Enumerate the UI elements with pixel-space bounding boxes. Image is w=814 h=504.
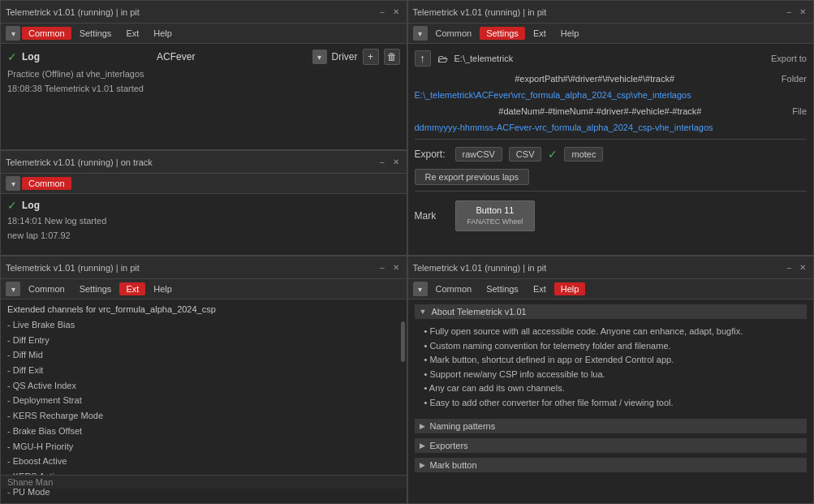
ext-channel-item: - Diff Mid	[7, 347, 400, 363]
about-body-br: • Fully open source with all accessible …	[415, 321, 808, 414]
dropdown-arrow-br[interactable]: ▾	[413, 282, 428, 296]
ext-channel-item: - Diff Entry	[7, 333, 400, 348]
add-driver-btn[interactable]: +	[363, 49, 379, 65]
dropdown-arrow-tl[interactable]: ▾	[6, 26, 20, 41]
about-bullet: • Any car can add its own channels.	[416, 381, 806, 396]
up-arrow-btn-tr[interactable]: ↑	[415, 50, 431, 67]
panel-title-bl: Telemetrick v1.01 (running) | in pit	[6, 263, 373, 273]
help-content-br: ▼ About Telemetrick v1.01 • Fully open s…	[408, 299, 814, 503]
markbtn-label-br: Mark button	[430, 460, 477, 470]
header-icons-ml: – ✕	[377, 157, 402, 167]
ext-channel-item: - Eboost Active	[7, 454, 400, 469]
tab-common-br[interactable]: Common	[429, 282, 479, 295]
close-icon-tl[interactable]: ✕	[390, 6, 402, 17]
panel-bottom-right: Telemetrick v1.01 (running) | in pit – ✕…	[407, 256, 815, 504]
naming-patterns-row-br[interactable]: ▶ Naming patterns	[415, 419, 808, 433]
tab-bar-ml: ▾ Common	[1, 174, 407, 194]
markbtn-row-br[interactable]: ▶ Mark button	[415, 458, 808, 472]
panel-bottom-left: Telemetrick v1.01 (running) | in pit – ✕…	[0, 256, 407, 504]
tab-help-br[interactable]: Help	[554, 282, 586, 295]
tab-common-tr[interactable]: Common	[429, 27, 479, 40]
triangle-naming-br: ▶	[420, 422, 425, 430]
divider-tr	[415, 139, 808, 140]
checkmark-ml: ✓	[7, 199, 17, 212]
minimize-icon-bl[interactable]: –	[377, 262, 387, 273]
close-icon-bl[interactable]: ✕	[390, 262, 402, 273]
tab-bar-bl: ▾ Common Settings Ext Help	[1, 279, 407, 299]
minimize-icon-ml[interactable]: –	[377, 157, 387, 167]
minimize-icon-tr[interactable]: –	[784, 6, 794, 17]
file-label-tr: File	[792, 106, 807, 116]
header-icons-tr: – ✕	[784, 6, 808, 17]
tab-bar-tl: ▾ Common Settings Ext Help	[1, 24, 407, 44]
started-text-tl: 18:08:38 Telemetrick v1.01 started	[7, 83, 400, 94]
log-label-tl: Log	[22, 51, 40, 62]
driver-dropdown-tl[interactable]: ▾	[312, 50, 327, 64]
delete-driver-btn[interactable]: 🗑	[384, 49, 400, 65]
checkmark-tl: ✓	[7, 50, 17, 63]
log-lap-ml: new lap 1:07.92	[7, 230, 400, 241]
panel-header-ml: Telemetrick v1.01 (running) | on track –…	[1, 151, 407, 174]
tab-settings-bl[interactable]: Settings	[73, 282, 118, 295]
re-export-btn-tr[interactable]: Re export previous laps	[415, 169, 530, 185]
scrollbar-bl[interactable]	[401, 321, 405, 362]
header-icons-tl: – ✕	[377, 6, 402, 17]
tab-bar-br: ▾ Common Settings Ext Help	[408, 279, 814, 299]
about-header-br: ▼ About Telemetrick v1.01	[415, 304, 808, 319]
minimize-icon-tl[interactable]: –	[377, 6, 387, 17]
header-icons-br: – ✕	[784, 262, 808, 273]
close-icon-br[interactable]: ✕	[797, 262, 808, 273]
mark-row-tr: Mark Button 11 FANATEC Wheel	[415, 200, 808, 231]
minimize-icon-br[interactable]: –	[784, 262, 794, 273]
panel-middle-left: Telemetrick v1.01 (running) | on track –…	[0, 150, 407, 256]
date-num-label-tr: #dateNum#-#timeNum#-#driver#-#vehicle#-#…	[498, 106, 701, 116]
exporters-label-br: Exporters	[430, 441, 468, 450]
panel-header-br: Telemetrick v1.01 (running) | in pit – ✕	[408, 256, 814, 279]
ext-title-bl: Extended channels for vrc_formula_alpha_…	[7, 304, 400, 314]
panel-header-tr: Telemetrick v1.01 (running) | in pit – ✕	[408, 1, 814, 24]
dropdown-arrow-ml[interactable]: ▾	[6, 176, 20, 191]
csv-btn-tr[interactable]: CSV	[509, 147, 542, 162]
tab-ext-tl[interactable]: Ext	[119, 27, 145, 40]
close-icon-tr[interactable]: ✕	[797, 6, 808, 17]
tab-common-ml[interactable]: Common	[22, 177, 71, 190]
panel-title-tr: Telemetrick v1.01 (running) | in pit	[413, 7, 780, 17]
tab-common-bl[interactable]: Common	[22, 282, 71, 295]
about-label-br: About Telemetrick v1.01	[431, 307, 526, 317]
path-row-tr: ↑ 🗁 E:\_telemetrick Export to	[415, 49, 808, 68]
export-row-tr: Export: rawCSV CSV ✓ motec	[415, 145, 808, 163]
dropdown-arrow-tr[interactable]: ▾	[413, 26, 428, 41]
tab-ext-bl[interactable]: Ext	[119, 282, 145, 295]
ext-channel-item: - Brake Bias Offset	[7, 424, 400, 439]
ext-channel-item: - Diff Exit	[7, 363, 400, 378]
tab-common-tl[interactable]: Common	[22, 27, 71, 40]
tab-ext-br[interactable]: Ext	[527, 282, 553, 295]
export-path-row-tr: #exportPath#\#driver#\#vehicle#\#track# …	[415, 72, 808, 85]
dropdown-arrow-bl[interactable]: ▾	[6, 282, 20, 296]
log-value-tl: ACFever	[157, 51, 195, 62]
triangle-exporters-br: ▶	[420, 442, 425, 450]
tab-help-tl[interactable]: Help	[147, 27, 179, 40]
about-bullet: • Easy to add other converter for other …	[416, 396, 806, 411]
exporters-row-br[interactable]: ▶ Exporters	[415, 438, 808, 453]
ext-channel-item: - QS Active Index	[7, 378, 400, 394]
mark-btn-tr[interactable]: Button 11 FANATEC Wheel	[455, 200, 536, 231]
divider2-tr	[415, 191, 808, 192]
tab-settings-br[interactable]: Settings	[480, 282, 525, 295]
panel-title-br: Telemetrick v1.01 (running) | in pit	[413, 263, 780, 273]
tab-settings-tr[interactable]: Settings	[480, 27, 525, 40]
tab-settings-tl[interactable]: Settings	[73, 27, 118, 40]
close-icon-ml[interactable]: ✕	[390, 157, 402, 167]
rawcsv-btn-tr[interactable]: rawCSV	[455, 147, 502, 162]
tab-help-tr[interactable]: Help	[554, 27, 586, 40]
motec-btn-tr[interactable]: motec	[564, 147, 603, 162]
ext-channel-item: - Brake Shape Map	[7, 499, 400, 503]
tab-ext-tr[interactable]: Ext	[527, 27, 553, 40]
log-label-ml: Log	[22, 200, 40, 211]
about-bullet: • Fully open source with all accessible …	[416, 325, 806, 339]
tab-help-bl[interactable]: Help	[147, 282, 179, 295]
status-bar-bl: Shane Man	[1, 475, 407, 489]
path-link-tr: E:\_telemetrick\ACFever\vrc_formula_alph…	[415, 89, 808, 101]
panel-content-ml: ✓ Log 18:14:01 New log started new lap 1…	[1, 194, 407, 255]
export-colon-tr: Export:	[415, 149, 446, 160]
